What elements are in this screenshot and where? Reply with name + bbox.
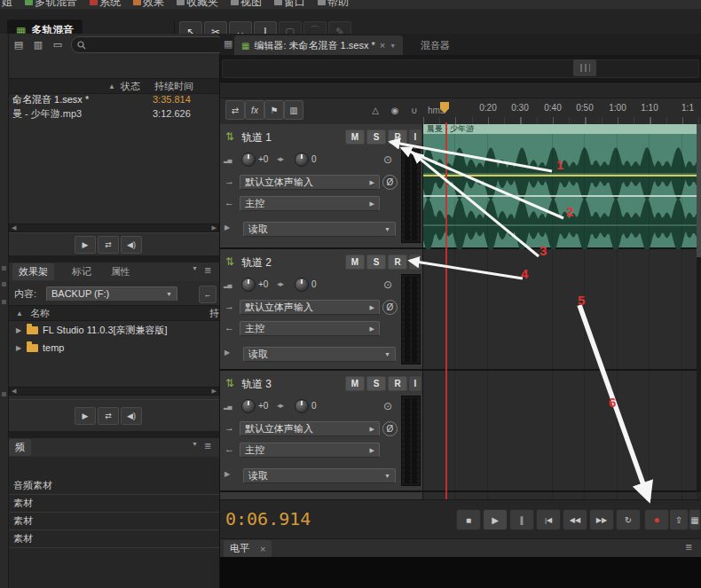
arm-record-button[interactable]: R: [388, 255, 407, 270]
solo-button[interactable]: S: [366, 376, 386, 391]
drive-select[interactable]: BACKUP (F:)▼: [46, 286, 177, 302]
media-button[interactable]: ▦: [689, 509, 701, 530]
close-icon[interactable]: ×: [260, 544, 265, 554]
meters-button[interactable]: ▥: [284, 100, 303, 120]
mute-button[interactable]: M: [345, 255, 365, 270]
output-select[interactable]: 主控▶: [240, 196, 380, 211]
sync-icon[interactable]: ⊙: [383, 400, 392, 412]
preview-autoplay-button[interactable]: ⇄: [98, 236, 119, 254]
strip-icon[interactable]: [2, 392, 6, 396]
list-item[interactable]: 素材: [9, 513, 219, 530]
strip-icon[interactable]: [2, 266, 6, 270]
input-monitor-button[interactable]: I: [409, 376, 421, 391]
tracks-vscrollbar-thumb[interactable]: [697, 124, 701, 257]
files-hscrollbar[interactable]: ◀▶: [9, 223, 219, 232]
output-select[interactable]: 主控▶: [240, 321, 380, 336]
tab-editor[interactable]: ▦ 编辑器: 未命名混音 1.sesx * × ▼: [234, 35, 403, 55]
track-1-lane[interactable]: 晨曼 - 少年游: [423, 124, 697, 249]
scroll-left-icon[interactable]: ◀: [12, 224, 16, 231]
scroll-right-icon[interactable]: ▶: [212, 224, 217, 231]
automation-arrow-icon[interactable]: ▶: [224, 223, 230, 231]
monitor-button[interactable]: ◉: [385, 100, 405, 120]
sync-icon[interactable]: ⊙: [383, 153, 392, 166]
track-3-lane[interactable]: [423, 371, 697, 492]
preview-play-button[interactable]: ▶: [75, 407, 96, 425]
pan-knob[interactable]: [295, 278, 309, 292]
time-display[interactable]: 0:06.914: [225, 508, 311, 529]
snap-button[interactable]: ∪: [405, 100, 424, 120]
track-name[interactable]: 轨道 1: [241, 130, 272, 145]
preview-volume-button[interactable]: ◀): [121, 407, 142, 425]
list-item[interactable]: 素材: [9, 495, 219, 513]
fast-forward-button[interactable]: ▶▶: [589, 509, 614, 530]
input-monitor-button[interactable]: I: [409, 255, 421, 270]
phase-button[interactable]: Ø: [382, 421, 398, 436]
tab-properties[interactable]: 属性: [105, 263, 137, 280]
volume-knob[interactable]: [241, 153, 256, 167]
tab-effects-rack[interactable]: 效果架: [12, 263, 54, 280]
export-button[interactable]: ⇪: [669, 509, 689, 530]
tab-levels[interactable]: 电平 ×: [224, 540, 272, 557]
tab-media[interactable]: 频: [9, 439, 31, 456]
loop-button[interactable]: ↻: [616, 509, 641, 530]
tab-dropdown-icon[interactable]: ▼: [192, 441, 198, 447]
metronome-button[interactable]: △: [366, 100, 385, 120]
folder-row[interactable]: ▶ temp: [9, 339, 219, 357]
input-select[interactable]: 默认立体声输入▶: [240, 175, 380, 190]
import-file-button[interactable]: ▤: [11, 37, 27, 51]
scroll-right-icon[interactable]: ▶: [212, 388, 217, 395]
pan-knob[interactable]: [295, 153, 309, 167]
record-button[interactable]: ●: [644, 509, 669, 530]
panel-menu-icon[interactable]: ≣: [204, 441, 211, 451]
volume-knob[interactable]: [241, 278, 256, 292]
volume-envelope[interactable]: [423, 175, 697, 176]
search-input[interactable]: [90, 39, 200, 51]
automation-mode-select[interactable]: 读取▼: [243, 347, 396, 362]
browser-hscrollbar[interactable]: ◀▶: [9, 387, 219, 396]
solo-button[interactable]: S: [366, 255, 386, 270]
pan-knob[interactable]: [295, 399, 309, 413]
stop-button[interactable]: ■: [456, 509, 481, 530]
rewind-button[interactable]: ◀◀: [563, 509, 587, 530]
solo-button[interactable]: S: [366, 129, 386, 145]
tab-dropdown-icon[interactable]: ▼: [390, 43, 396, 49]
browser-column-header[interactable]: ▲ 名称 持: [9, 305, 219, 321]
navigator-handle[interactable]: [573, 59, 596, 76]
tab-dropdown-icon[interactable]: ▼: [192, 265, 198, 271]
strip-icon[interactable]: [2, 300, 6, 304]
panel-menu-icon[interactable]: ≣: [685, 542, 692, 552]
automation-mode-select[interactable]: 读取▼: [243, 468, 396, 483]
arm-record-button[interactable]: R: [388, 376, 407, 391]
sync-icon[interactable]: ⊙: [383, 278, 392, 291]
output-select[interactable]: 主控▶: [240, 443, 380, 458]
play-button[interactable]: ▶: [483, 509, 508, 530]
scroll-left-icon[interactable]: ◀: [12, 388, 16, 395]
close-icon[interactable]: ×: [380, 40, 385, 51]
track-name[interactable]: 轨道 2: [241, 255, 272, 270]
track-2-lane[interactable]: [423, 249, 697, 371]
input-select[interactable]: 默认立体声输入▶: [240, 421, 380, 436]
panel-menu-icon[interactable]: ≣: [204, 265, 211, 275]
phase-button[interactable]: Ø: [382, 175, 398, 190]
input-select[interactable]: 默认立体声输入▶: [240, 300, 380, 315]
playhead-line[interactable]: [445, 122, 447, 499]
new-item-button[interactable]: ▥: [30, 37, 46, 51]
navigator-track[interactable]: [222, 59, 699, 78]
pan-envelope[interactable]: [423, 195, 697, 197]
preview-volume-button[interactable]: ◀): [121, 236, 142, 254]
browser-back-button[interactable]: ←: [199, 286, 217, 303]
mute-button[interactable]: M: [345, 129, 365, 145]
folder-row[interactable]: ▶ FL Studio 11.0.3[亲测兼容版]: [9, 321, 219, 339]
phase-button[interactable]: Ø: [382, 300, 398, 315]
automation-arrow-icon[interactable]: ▶: [224, 349, 230, 357]
skip-start-button[interactable]: |◀: [536, 509, 561, 530]
fx-button[interactable]: fx: [245, 100, 264, 120]
clip-title[interactable]: 晨曼 - 少年游: [423, 124, 697, 134]
zoom-navigator[interactable]: [220, 55, 701, 82]
tab-markers[interactable]: 标记: [66, 263, 98, 280]
preview-autoplay-button[interactable]: ⇄: [98, 407, 119, 425]
arm-record-button[interactable]: R: [388, 129, 407, 145]
expand-icon[interactable]: ▶: [16, 326, 27, 334]
mute-button[interactable]: M: [345, 376, 365, 391]
preview-play-button[interactable]: ▶: [75, 236, 96, 254]
